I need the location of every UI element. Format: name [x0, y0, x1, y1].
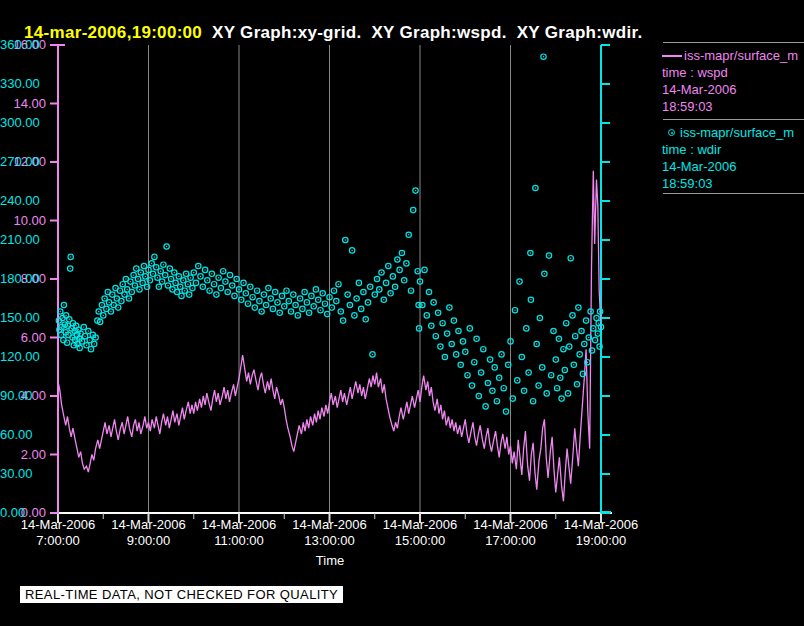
wdir-point-center-dot — [354, 315, 355, 316]
wdir-marker-sample-icon — [668, 129, 675, 136]
wdir-point-center-dot — [245, 293, 246, 294]
wdir-point-center-dot — [259, 300, 260, 301]
wdir-point-center-dot — [476, 338, 477, 339]
wdir-point-center-dot — [406, 263, 407, 264]
wdir-point-center-dot — [148, 269, 149, 270]
wdir-point-center-dot — [327, 313, 328, 314]
wdir-point-center-dot — [236, 278, 237, 279]
wdir-point-center-dot — [424, 269, 425, 270]
wdir-point-center-dot — [281, 295, 282, 296]
wdir-point-center-dot — [494, 367, 495, 368]
wdir-point-center-dot — [390, 293, 391, 294]
wdir-point-center-dot — [243, 282, 244, 283]
wdir-point-center-dot — [156, 267, 157, 268]
wdir-point-center-dot — [561, 398, 562, 399]
wdir-point-center-dot — [372, 354, 373, 355]
wdir-point-center-dot — [308, 312, 309, 313]
legend-separator-top — [663, 42, 804, 43]
right-axis-tick-label: 240.00 — [0, 194, 60, 208]
wdir-point-center-dot — [358, 282, 359, 283]
wspd-series-name: iss-mapr/surface_m — [684, 47, 798, 64]
wdir-point-center-dot — [597, 333, 598, 334]
wdir-point-center-dot — [564, 369, 565, 370]
wspd-line-sample-icon — [662, 55, 682, 57]
wdir-point-center-dot — [143, 265, 144, 266]
wdir-point-center-dot — [487, 382, 488, 383]
legend-item-wspd: iss-mapr/surface_m time : wspd 14-Mar-20… — [662, 47, 804, 115]
x-tick-time-label: 7:00:00 — [10, 534, 106, 548]
wdir-point-center-dot — [241, 299, 242, 300]
wdir-point-center-dot — [106, 308, 107, 309]
wdir-point-center-dot — [555, 359, 556, 360]
wdir-point-center-dot — [139, 289, 140, 290]
wdir-point-center-dot — [542, 367, 543, 368]
x-tick-time-label: 17:00:00 — [463, 534, 559, 548]
wdir-point-center-dot — [342, 320, 343, 321]
wdir-point-center-dot — [431, 325, 432, 326]
wdir-point-center-dot — [115, 287, 116, 288]
left-axis-tick-label: 14.00 — [0, 97, 46, 111]
wdir-point-center-dot — [225, 281, 226, 282]
wdir-point-center-dot — [418, 328, 419, 329]
wdir-point-center-dot — [478, 395, 479, 396]
wdir-point-center-dot — [575, 336, 576, 337]
right-axis-tick-label: 150.00 — [0, 311, 60, 325]
wdir-date-label: 14-Mar-2006 — [662, 158, 804, 175]
wdir-point-center-dot — [553, 330, 554, 331]
wdir-point-center-dot — [204, 269, 205, 270]
wdir-point-center-dot — [157, 277, 158, 278]
wdir-point-center-dot — [585, 320, 586, 321]
wdir-point-center-dot — [108, 302, 109, 303]
wdir-point-center-dot — [176, 291, 177, 292]
wdir-point-center-dot — [293, 294, 294, 295]
wdir-point-center-dot — [596, 317, 597, 318]
wdir-point-center-dot — [202, 286, 203, 287]
wdir-point-center-dot — [530, 252, 531, 253]
wdir-point-center-dot — [485, 406, 486, 407]
wdir-point-center-dot — [385, 282, 386, 283]
wdir-point-center-dot — [598, 323, 599, 324]
wdir-point-center-dot — [584, 343, 585, 344]
wdir-point-center-dot — [469, 328, 470, 329]
wdir-point-center-dot — [70, 268, 71, 269]
wdir-point-center-dot — [496, 401, 497, 402]
wdir-point-center-dot — [247, 303, 248, 304]
wdir-point-center-dot — [340, 311, 341, 312]
wdir-point-center-dot — [75, 339, 76, 340]
wdir-point-center-dot — [166, 246, 167, 247]
wdir-point-center-dot — [169, 268, 170, 269]
wdir-point-center-dot — [501, 354, 502, 355]
wdir-point-center-dot — [200, 276, 201, 277]
wdir-point-center-dot — [80, 333, 81, 334]
wdir-point-center-dot — [151, 263, 152, 264]
wdir-point-center-dot — [442, 323, 443, 324]
wdir-point-center-dot — [458, 330, 459, 331]
wdir-point-center-dot — [61, 326, 62, 327]
wdir-point-center-dot — [71, 328, 72, 329]
wdir-point-center-dot — [65, 315, 66, 316]
wdir-point-center-dot — [94, 343, 95, 344]
wdir-point-center-dot — [599, 311, 600, 312]
wdir-point-center-dot — [593, 328, 594, 329]
wdir-point-center-dot — [69, 319, 70, 320]
wdir-point-center-dot — [297, 315, 298, 316]
wdir-point-center-dot — [579, 354, 580, 355]
wdir-point-center-dot — [320, 310, 321, 311]
wdir-point-center-dot — [345, 239, 346, 240]
wdir-point-center-dot — [422, 304, 423, 305]
wdir-point-center-dot — [158, 286, 159, 287]
wdir-point-center-dot — [588, 337, 589, 338]
x-tick-date-label: 14-Mar-2006 — [372, 518, 468, 532]
wdir-point-center-dot — [145, 276, 146, 277]
x-tick-date-label: 14-Mar-2006 — [10, 518, 106, 532]
wdir-point-center-dot — [322, 293, 323, 294]
wdir-point-center-dot — [413, 209, 414, 210]
x-tick-time-label: 9:00:00 — [101, 534, 197, 548]
wdir-series-name: iss-mapr/surface_m — [680, 124, 794, 141]
wdir-point-center-dot — [184, 290, 185, 291]
wdir-point-center-dot — [175, 282, 176, 283]
wdir-point-center-dot — [449, 307, 450, 308]
wdir-point-center-dot — [315, 289, 316, 290]
wdir-point-center-dot — [67, 325, 68, 326]
wdir-point-center-dot — [399, 269, 400, 270]
